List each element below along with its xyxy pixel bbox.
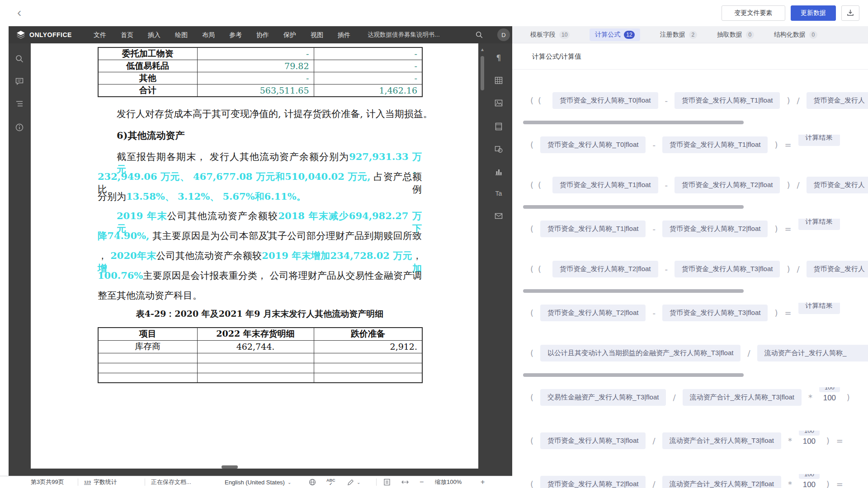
shape-settings-icon[interactable] <box>493 144 504 155</box>
multiplier-pill[interactable]: 100 <box>819 387 840 392</box>
review-mode-button[interactable]: ⌄ <box>347 476 360 488</box>
formula-operator: ) <box>826 436 830 446</box>
fit-page-button[interactable] <box>383 476 391 488</box>
multiplier-stack: 100100 <box>799 474 820 488</box>
menu-item[interactable]: 绘图 <box>168 26 195 43</box>
update-data-button[interactable]: 更新数据 <box>791 5 836 21</box>
field-pill[interactable]: 交易性金融资产_发行人简称_T3|float <box>540 389 666 406</box>
document-line: 整至其他流动资产科目。 <box>98 289 422 302</box>
word-count-button[interactable]: 123 字数统计 <box>84 476 117 488</box>
field-pill[interactable]: 货币资金_发行人 <box>807 92 868 109</box>
document-page[interactable]: 委托加工物资--低值易耗品79.82-其他--合计563,511.651,462… <box>31 43 478 469</box>
field-pill[interactable]: 货币资金_发行人简称_T2|float <box>662 221 768 237</box>
search-icon[interactable] <box>475 31 483 41</box>
saving-status: 正在保存文档... <box>151 476 191 488</box>
mail-merge-icon[interactable] <box>493 211 504 221</box>
change-file-elements-button[interactable]: 变更文件要素 <box>722 5 785 21</box>
document-line: 2019 年末公司其他流动资产余额较2018 年末减少694,982.27 万元… <box>98 210 422 222</box>
text-art-settings-icon[interactable]: Ta <box>493 188 504 199</box>
formula-operator: = <box>836 436 843 446</box>
result-pill[interactable]: 计算结果 <box>798 135 840 146</box>
menu-item[interactable]: 保护 <box>276 26 303 43</box>
formula-row: ((货币资金_发行人简称_T2|float-货币资金_发行人简称_T3|floa… <box>530 259 868 279</box>
menu-item[interactable]: 插件 <box>330 26 358 43</box>
field-pill[interactable]: 货币资金_发行人简称_T1|float <box>552 177 658 193</box>
field-pill[interactable]: 货币资金_发行人简称_T3|float <box>662 305 768 321</box>
menu-item[interactable]: 插入 <box>141 26 168 43</box>
menu-item[interactable]: 参考 <box>222 26 249 43</box>
word-count-label: 字数统计 <box>94 478 117 486</box>
field-pill[interactable]: 货币资金_发行人简称_T0|float <box>552 92 658 109</box>
formula-operator: ( <box>530 308 533 318</box>
formula-operator: / <box>797 264 799 274</box>
result-pill[interactable]: 计算结果 <box>798 303 840 314</box>
zoom-out-button[interactable]: − <box>420 476 424 488</box>
download-button[interactable] <box>841 5 859 21</box>
field-pill[interactable]: 货币资金_发行人简称_T2|float <box>552 261 658 277</box>
panel-tab[interactable]: 注册数据2 <box>660 31 697 39</box>
header-footer-settings-icon[interactable] <box>493 121 504 132</box>
back-icon[interactable]: ‹ <box>17 4 21 21</box>
formula-operator: ) <box>787 180 790 190</box>
formula-operator: / <box>797 96 799 105</box>
tab-count-badge: 0 <box>746 31 754 39</box>
field-pill[interactable]: 货币资金_发行人简称_T3|float <box>540 432 646 449</box>
menu-item[interactable]: 文件 <box>86 26 113 43</box>
horizontal-scrollbar[interactable] <box>222 465 238 469</box>
panel-tab[interactable]: 结构化数据0 <box>774 31 817 39</box>
field-pill[interactable]: 货币资金_发行人 <box>807 261 868 277</box>
field-pill[interactable]: 货币资金_发行人简称_T1|float <box>675 92 780 109</box>
comments-icon[interactable] <box>12 74 27 89</box>
top-bar: ‹ 变更文件要素 更新数据 <box>0 0 868 26</box>
field-pill[interactable]: 流动资产合计_发行人简称_T2|float <box>662 476 781 488</box>
table-settings-icon[interactable] <box>493 75 504 86</box>
field-pill[interactable]: 货币资金_发行人简称_T2|float <box>540 305 646 321</box>
panel-tab[interactable]: 计算公式12 <box>590 28 640 41</box>
fit-width-button[interactable] <box>401 476 409 488</box>
document-line: 100.76%主要原因是会计报表重分类， 公司将理财产品从交易性金融资产调 <box>98 269 422 282</box>
formula-operator: ) <box>787 96 790 105</box>
panel-tab[interactable]: 模板字段10 <box>530 31 570 39</box>
spell-check-button[interactable]: ABC✓ <box>326 476 335 488</box>
navigation-icon[interactable] <box>12 97 27 111</box>
field-pill[interactable]: 货币资金_发行人简称_T1|float <box>662 136 768 153</box>
zoom-level[interactable]: 缩放100% <box>435 476 462 488</box>
chart-settings-icon[interactable] <box>493 166 504 177</box>
about-icon[interactable] <box>12 120 27 135</box>
menu-item[interactable]: 视图 <box>303 26 330 43</box>
vertical-scrollbar[interactable] <box>481 56 484 90</box>
scroll-up-icon[interactable]: ▲ <box>478 46 486 53</box>
search-icon[interactable] <box>12 52 27 66</box>
formula-operator: - <box>652 308 656 318</box>
multiplier-pill[interactable]: 100 <box>799 431 820 436</box>
field-pill[interactable]: 货币资金_发行人简称_T3|float <box>675 261 780 277</box>
paragraph-settings-icon[interactable]: ¶ <box>493 52 504 63</box>
text-run: 整至其他流动资产科目。 <box>98 290 202 301</box>
field-pill[interactable]: 货币资金_发行人简称_T2|float <box>675 177 780 193</box>
page-indicator[interactable]: 第3页共99页 <box>31 476 64 488</box>
avatar[interactable]: D <box>497 28 510 41</box>
menu-item[interactable]: 协作 <box>249 26 276 43</box>
document-title[interactable]: 达观数据债券募集说明书... <box>368 31 440 39</box>
set-language-button[interactable] <box>309 476 316 488</box>
multiplier-stack: 100100 <box>819 387 840 403</box>
result-pill[interactable]: 计算结果 <box>798 219 840 230</box>
field-pill[interactable]: 以公计且其变动计入当期损益的金融资产_发行人简称_T3|float <box>540 345 741 361</box>
field-pill[interactable]: 流动资产合计_发行人简称_T3|float <box>683 389 802 406</box>
field-pill[interactable]: 货币资金_发行人简称_T2|float <box>540 476 646 488</box>
language-selector[interactable]: English (United States) ⌄ <box>225 476 291 488</box>
image-settings-icon[interactable] <box>493 98 504 108</box>
table-cell <box>314 363 422 373</box>
formula-operator: ( <box>530 348 533 358</box>
field-pill[interactable]: 货币资金_发行人简称_T1|float <box>540 221 646 237</box>
menu-item[interactable]: 布局 <box>195 26 222 43</box>
menu-item[interactable]: 首页 <box>113 26 141 43</box>
field-pill[interactable]: 流动资产合计_发行人简称_ <box>757 345 868 361</box>
panel-tab[interactable]: 抽取数据0 <box>717 31 754 39</box>
zoom-in-button[interactable]: + <box>481 476 485 488</box>
field-pill[interactable]: 流动资产合计_发行人简称_T3|float <box>662 432 781 449</box>
formula-operator: (( <box>530 264 546 274</box>
multiplier-pill[interactable]: 100 <box>799 474 820 479</box>
field-pill[interactable]: 货币资金_发行人 <box>807 177 868 193</box>
field-pill[interactable]: 货币资金_发行人简称_T0|float <box>540 136 646 153</box>
